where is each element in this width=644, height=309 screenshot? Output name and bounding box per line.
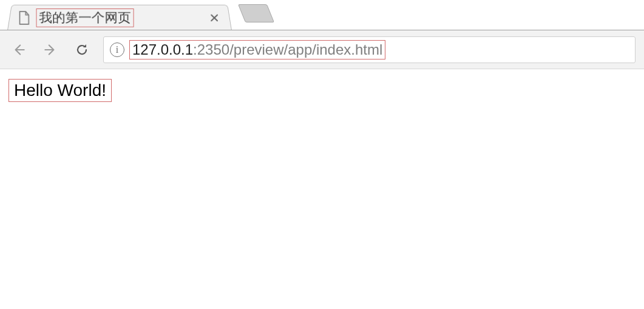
info-icon: i — [116, 45, 118, 55]
body-text: Hello World! — [8, 79, 112, 102]
site-info-button[interactable]: i — [110, 42, 124, 57]
url-path: :2350/preview/app/index.html — [193, 41, 382, 58]
arrow-right-icon — [42, 42, 58, 58]
tabstrip-divider — [0, 30, 644, 30]
tab-strip: 我的第一个网页 — [0, 0, 644, 30]
tab-title: 我的第一个网页 — [36, 8, 134, 27]
reload-icon — [75, 42, 89, 57]
reload-button[interactable] — [72, 39, 92, 60]
browser-tab[interactable]: 我的第一个网页 — [7, 5, 232, 30]
tab-close-button[interactable] — [208, 11, 221, 24]
address-bar[interactable]: i 127.0.0.1:2350/preview/app/index.html — [103, 36, 636, 63]
toolbar: i 127.0.0.1:2350/preview/app/index.html — [0, 30, 644, 69]
url-host: 127.0.0.1 — [132, 41, 193, 58]
arrow-left-icon — [11, 42, 27, 58]
new-tab-button[interactable] — [238, 4, 274, 22]
page-content: Hello World! — [0, 69, 644, 112]
url-text: 127.0.0.1:2350/preview/app/index.html — [129, 40, 385, 59]
file-icon — [18, 10, 30, 24]
forward-button[interactable] — [40, 39, 61, 60]
close-icon — [210, 13, 219, 21]
back-button[interactable] — [8, 39, 29, 60]
